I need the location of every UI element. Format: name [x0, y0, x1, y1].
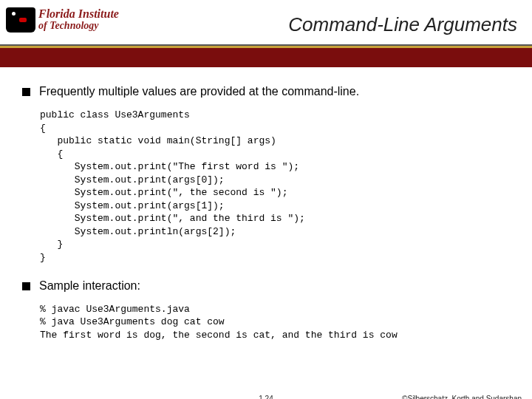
slide-header: Florida Institute of Technology Command-… [0, 0, 532, 44]
bullet-item: Frequently multiple values are provided … [22, 85, 510, 98]
square-bullet-icon [22, 88, 30, 96]
copyright-text: ©Silberschatz, Korth and Sudarshan [402, 395, 522, 399]
code-block-class: public class Use3Arguments { public stat… [40, 109, 510, 265]
logo-line1: Florida Institute [38, 8, 119, 21]
slide-title: Command-Line Arguments [288, 13, 517, 36]
slide-content: Frequently multiple values are provided … [0, 67, 532, 341]
code-block-interaction: % javac Use3Arguments.java % java Use3Ar… [40, 303, 510, 342]
page-number: 1.24 [259, 395, 273, 399]
header-bar [0, 48, 532, 67]
bullet-text: Frequently multiple values are provided … [39, 85, 359, 98]
square-bullet-icon [22, 282, 30, 290]
logo-line2: of Technology [38, 21, 119, 32]
panther-icon [6, 7, 35, 33]
institution-logo: Florida Institute of Technology [6, 3, 139, 37]
bullet-item: Sample interaction: [22, 279, 510, 293]
bullet-text: Sample interaction: [39, 279, 140, 293]
logo-text: Florida Institute of Technology [38, 8, 119, 31]
